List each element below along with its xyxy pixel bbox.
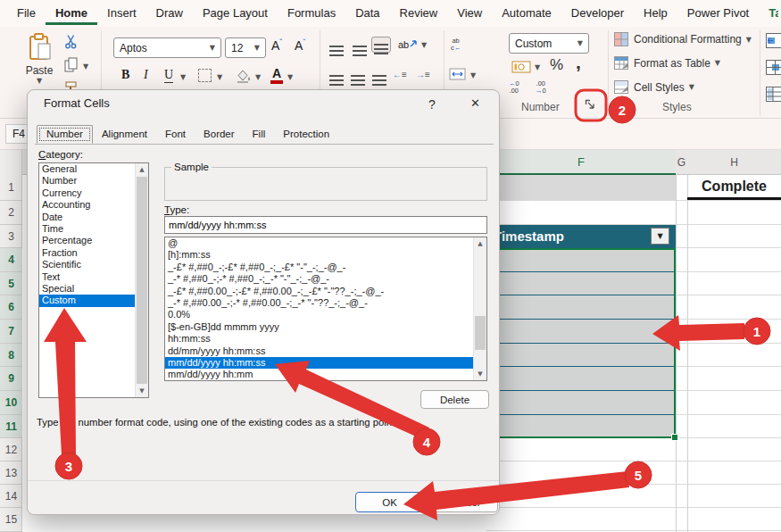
paste-button[interactable]: Paste ▼ xyxy=(21,32,57,85)
dialog-tab-alignment[interactable]: Alignment xyxy=(93,126,156,144)
grid-cell-h1-complete[interactable]: Complete xyxy=(687,175,781,200)
fill-handle[interactable] xyxy=(671,434,678,441)
font-color-dropdown-chevron-icon[interactable]: ▼ xyxy=(287,73,293,81)
category-item[interactable]: General xyxy=(39,163,136,175)
dialog-help-button[interactable]: ? xyxy=(428,97,436,112)
tab-draw[interactable]: Draw xyxy=(146,2,193,25)
filter-dropdown-button[interactable]: ▼ xyxy=(651,228,669,245)
category-item[interactable]: Accounting xyxy=(39,199,136,211)
cell-styles-button[interactable]: Cell Styles▼ xyxy=(614,80,694,94)
increase-font-size-button[interactable]: Aˆ xyxy=(271,37,282,53)
align-center-button[interactable] xyxy=(348,68,368,84)
number-format-combo[interactable]: Custom▼ xyxy=(509,33,589,54)
category-item[interactable]: Currency xyxy=(39,187,136,199)
type-option[interactable]: @ xyxy=(165,237,474,249)
type-option[interactable]: dd/mm/yyyy hh:mm:ss xyxy=(165,345,474,357)
font-size-combo[interactable]: 12▼ xyxy=(225,37,266,58)
accounting-format-button[interactable] xyxy=(511,59,532,78)
align-middle-button[interactable] xyxy=(350,38,370,54)
column-header-f[interactable]: F xyxy=(486,150,676,175)
insert-cells-button[interactable] xyxy=(766,33,781,52)
format-cells-button[interactable] xyxy=(766,87,781,105)
row-header[interactable]: 11 xyxy=(0,415,22,438)
tab-table-design[interactable]: Tabl xyxy=(759,2,778,25)
dialog-tab-number[interactable]: Number xyxy=(37,125,93,144)
type-input[interactable] xyxy=(164,216,487,234)
tab-page-layout[interactable]: Page Layout xyxy=(193,2,278,25)
merge-dropdown-chevron-icon[interactable]: ▼ xyxy=(470,71,476,79)
category-item[interactable]: Scientific xyxy=(39,259,136,270)
ok-button[interactable]: OK xyxy=(355,492,424,512)
type-option[interactable]: _-* #,##0_-;-* #,##0_-;_-* "-"_-;_-@_- xyxy=(165,273,474,285)
decrease-decimal-button[interactable]: .00→0 xyxy=(536,80,546,95)
category-item[interactable]: Percentage xyxy=(39,235,136,246)
dialog-tab-fill[interactable]: Fill xyxy=(244,126,275,144)
scroll-up-icon[interactable]: ▲ xyxy=(136,163,148,176)
font-name-combo[interactable]: Aptos▼ xyxy=(113,37,221,58)
category-item[interactable]: Special xyxy=(39,283,136,295)
number-dialog-launcher[interactable] xyxy=(583,97,597,115)
delete-cells-button[interactable] xyxy=(766,60,781,79)
row-header[interactable]: 7 xyxy=(0,320,22,344)
dialog-tab-font[interactable]: Font xyxy=(156,126,195,144)
tab-help[interactable]: Help xyxy=(634,2,677,25)
row-header[interactable]: 6 xyxy=(0,295,22,320)
grid-cell-f1[interactable] xyxy=(486,175,676,200)
underline-button[interactable]: U xyxy=(164,68,173,83)
table-header-cell-timestamp[interactable]: Timestamp xyxy=(486,225,676,248)
category-item[interactable]: Fraction xyxy=(39,247,136,259)
column-header-h[interactable]: H xyxy=(687,150,781,175)
dialog-tab-protection[interactable]: Protection xyxy=(274,126,338,144)
row-header[interactable]: 5 xyxy=(0,272,22,295)
align-right-button[interactable] xyxy=(370,68,389,84)
copy-button[interactable] xyxy=(64,57,79,77)
dialog-tab-border[interactable]: Border xyxy=(195,126,244,144)
bold-button[interactable]: B xyxy=(121,68,129,82)
row-header[interactable]: 2 xyxy=(0,201,22,225)
accounting-dropdown-chevron-icon[interactable]: ▼ xyxy=(535,63,540,71)
italic-button[interactable]: I xyxy=(144,68,148,82)
category-item[interactable]: Time xyxy=(39,223,136,235)
category-item[interactable]: Number xyxy=(39,175,136,187)
wrap-text-button[interactable]: abc← xyxy=(451,37,461,52)
borders-dropdown-chevron-icon[interactable]: ▼ xyxy=(217,73,222,81)
tab-view[interactable]: View xyxy=(447,2,492,25)
conditional-formatting-button[interactable]: Conditional Formatting▼ xyxy=(614,32,752,46)
decrease-font-size-button[interactable]: Aˇ xyxy=(295,37,305,53)
percent-style-button[interactable]: % xyxy=(550,56,563,74)
increase-indent-button[interactable]: →≡ xyxy=(416,70,430,79)
tab-review[interactable]: Review xyxy=(390,2,448,25)
scroll-down-icon[interactable]: ▼ xyxy=(136,385,148,397)
increase-decimal-button[interactable]: ←0.00 xyxy=(509,80,519,95)
scrollbar-thumb[interactable] xyxy=(475,316,486,350)
type-option[interactable]: _-£* #,##0.00_-;-£* #,##0.00_-;_-£* "-"?… xyxy=(165,286,474,297)
tab-power-pivot[interactable]: Power Pivot xyxy=(677,2,759,25)
type-option[interactable]: [$-en-GB]dd mmmm yyyy xyxy=(165,321,474,333)
row-header[interactable]: 12 xyxy=(0,438,22,461)
type-option[interactable]: hh:mm:ss xyxy=(165,333,474,345)
row-header[interactable]: 4 xyxy=(0,248,22,272)
cut-button[interactable] xyxy=(64,34,78,53)
type-option[interactable]: 0.0% xyxy=(165,309,474,320)
tab-data[interactable]: Data xyxy=(345,2,389,25)
row-header[interactable]: 15 xyxy=(0,508,22,532)
scroll-down-icon[interactable]: ▼ xyxy=(474,368,486,380)
column-header-g[interactable]: G xyxy=(676,150,687,175)
row-header[interactable]: 9 xyxy=(0,367,22,391)
borders-button[interactable] xyxy=(198,69,212,82)
scrollbar-thumb[interactable] xyxy=(137,177,147,384)
format-as-table-button[interactable]: Format as Table▼ xyxy=(614,56,720,70)
type-option-selected[interactable]: mm/dd/yyyy hh:mm:ss xyxy=(165,357,474,369)
tab-home[interactable]: Home xyxy=(46,2,97,25)
row-header[interactable]: 13 xyxy=(0,461,22,485)
font-color-button[interactable]: A xyxy=(270,66,283,84)
row-header[interactable]: 3 xyxy=(0,225,22,248)
category-item[interactable]: Date xyxy=(39,212,136,223)
merge-center-button[interactable] xyxy=(449,68,466,84)
tab-automate[interactable]: Automate xyxy=(492,2,561,25)
fill-color-button[interactable] xyxy=(235,68,253,87)
tab-file[interactable]: File xyxy=(7,2,46,25)
row-header[interactable]: 10 xyxy=(0,391,22,415)
tab-formulas[interactable]: Formulas xyxy=(278,2,345,25)
type-option[interactable]: _-* #,##0.00_-;-* #,##0.00_-;_-* "-"??_-… xyxy=(165,297,474,309)
